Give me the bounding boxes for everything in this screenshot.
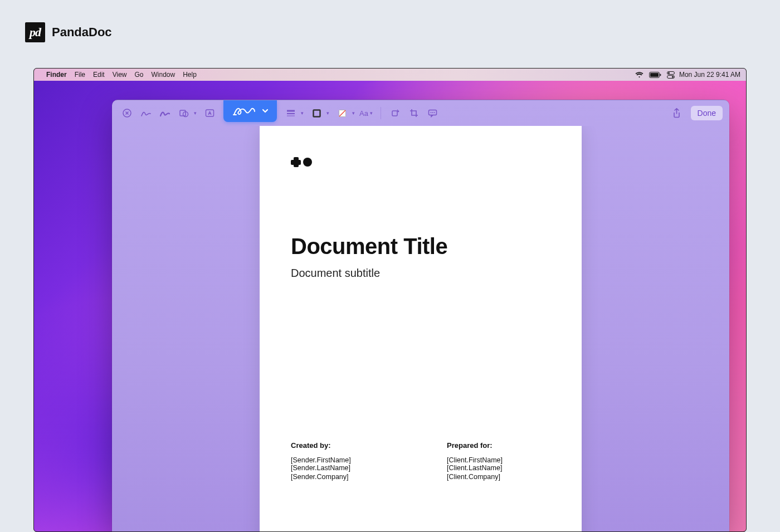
draw-icon[interactable] <box>157 105 173 121</box>
brand-logo: pd <box>25 22 45 42</box>
crop-icon[interactable] <box>406 105 422 121</box>
chevron-down-icon[interactable]: ▾ <box>194 110 197 116</box>
control-center-icon[interactable] <box>667 71 675 79</box>
annotate-icon[interactable] <box>425 105 441 121</box>
battery-icon[interactable] <box>649 72 661 78</box>
menu-go[interactable]: Go <box>135 71 144 79</box>
prepared-for-name: [Client.FirstName] [Client.LastName] <box>447 456 550 472</box>
share-icon[interactable] <box>669 105 685 121</box>
screenshot-frame: Finder File Edit View Go Window Help Mon… <box>33 68 747 532</box>
brand-name: PandaDoc <box>52 25 112 40</box>
desktop-wallpaper: ▾ ▾ <box>34 81 746 531</box>
menubar-clock[interactable]: Mon Jun 22 9:41 AM <box>679 71 740 79</box>
fill-color-icon[interactable] <box>334 105 350 121</box>
svg-point-20 <box>432 112 433 113</box>
svg-rect-17 <box>392 111 397 116</box>
svg-rect-2 <box>660 74 661 76</box>
svg-point-19 <box>431 112 432 113</box>
svg-rect-14 <box>313 110 320 116</box>
text-style-button[interactable]: Aa <box>359 109 368 118</box>
menu-file[interactable]: File <box>75 71 85 79</box>
svg-point-6 <box>672 76 674 77</box>
svg-rect-10 <box>206 110 213 116</box>
menu-view[interactable]: View <box>113 71 127 79</box>
prepared-for-block: Prepared for: [Client.FirstName] [Client… <box>447 441 550 482</box>
shapes-icon[interactable] <box>176 105 192 121</box>
text-box-icon[interactable] <box>201 105 218 121</box>
created-by-company: [Sender.Company] <box>291 473 402 481</box>
document-canvas[interactable]: Document Title Document subtitle Created… <box>112 126 729 531</box>
chevron-down-icon[interactable]: ▾ <box>301 110 304 116</box>
toolbar-separator <box>381 107 381 119</box>
document-page[interactable]: Document Title Document subtitle Created… <box>260 126 582 531</box>
document-meta-row: Created by: [Sender.FirstName] [Sender.L… <box>291 441 550 482</box>
created-by-heading: Created by: <box>291 441 402 450</box>
done-button[interactable]: Done <box>691 106 723 120</box>
svg-rect-1 <box>650 73 659 77</box>
chevron-down-icon <box>261 107 269 115</box>
sketch-icon[interactable] <box>138 105 154 121</box>
brand-header: pd PandaDoc <box>25 22 112 42</box>
macos-menubar: Finder File Edit View Go Window Help Mon… <box>34 69 746 81</box>
svg-point-21 <box>434 112 435 113</box>
rotate-icon[interactable] <box>387 105 403 121</box>
menu-help[interactable]: Help <box>183 71 197 79</box>
document-placeholder-logo <box>291 157 550 167</box>
signature-button[interactable] <box>223 100 277 122</box>
document-title: Document Title <box>291 234 550 259</box>
line-style-icon[interactable] <box>282 105 299 121</box>
document-subtitle: Document subtitle <box>291 267 550 280</box>
stroke-color-icon[interactable] <box>308 105 325 121</box>
created-by-name: [Sender.FirstName] [Sender.LastName] <box>291 456 402 472</box>
chevron-down-icon[interactable]: ▾ <box>326 110 329 116</box>
close-markup-button[interactable] <box>119 105 135 121</box>
menubar-app-name[interactable]: Finder <box>46 71 67 79</box>
chevron-down-icon[interactable]: ▾ <box>352 110 355 116</box>
markup-toolbar: ▾ ▾ <box>112 100 729 126</box>
preview-markup-window: ▾ ▾ <box>112 100 729 531</box>
prepared-for-heading: Prepared for: <box>447 441 550 450</box>
chevron-down-icon[interactable]: ▾ <box>370 110 373 116</box>
created-by-block: Created by: [Sender.FirstName] [Sender.L… <box>291 441 402 482</box>
svg-point-4 <box>668 72 670 74</box>
menu-edit[interactable]: Edit <box>93 71 105 79</box>
menu-window[interactable]: Window <box>152 71 176 79</box>
prepared-for-company: [Client.Company] <box>447 473 550 481</box>
wifi-icon[interactable] <box>635 72 644 78</box>
